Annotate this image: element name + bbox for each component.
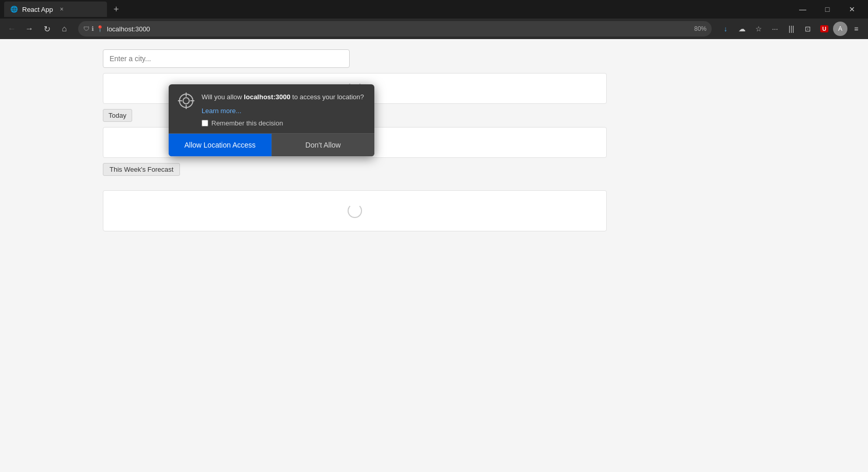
deny-location-button[interactable]: Don't Allow bbox=[272, 134, 375, 156]
allow-location-button[interactable]: Allow Location Access bbox=[169, 134, 272, 156]
browser-content: Today This Week's Forecast bbox=[0, 39, 868, 472]
today-button[interactable]: Today bbox=[103, 109, 132, 122]
more-icon: ··· bbox=[772, 25, 778, 33]
remember-decision-checkbox[interactable] bbox=[202, 120, 208, 126]
star-icon: ☆ bbox=[755, 25, 762, 33]
minimize-button[interactable]: — bbox=[791, 0, 815, 19]
forward-button[interactable]: → bbox=[22, 21, 37, 37]
library-icon: ||| bbox=[789, 25, 794, 33]
window-controls: — □ ✕ bbox=[791, 0, 864, 19]
popup-text-area: Will you allow localhost:3000 to access … bbox=[202, 93, 366, 127]
download-button[interactable]: ↓ bbox=[718, 21, 733, 37]
tab-label: React App bbox=[22, 6, 53, 13]
location-icon: 📍 bbox=[96, 25, 104, 32]
week-forecast-button[interactable]: This Week's Forecast bbox=[103, 163, 180, 176]
shield-icon: 🛡 bbox=[83, 25, 89, 32]
tab-area: 🌐 React App × + bbox=[4, 2, 791, 17]
menu-button[interactable]: ≡ bbox=[848, 21, 864, 37]
loading-spinner-3 bbox=[348, 204, 362, 218]
refresh-button[interactable]: ↻ bbox=[39, 21, 55, 37]
popup-question: Will you allow localhost:3000 to access … bbox=[202, 93, 366, 102]
svg-point-1 bbox=[183, 98, 189, 104]
avatar-icon: A bbox=[838, 25, 842, 32]
security-icons: 🛡 ℹ 📍 bbox=[83, 25, 104, 32]
popup-buttons: Allow Location Access Don't Allow bbox=[169, 133, 374, 156]
address-bar[interactable]: 🛡 ℹ 📍 localhost:3000 80% bbox=[78, 21, 712, 37]
bookmark-button[interactable]: ☆ bbox=[751, 21, 766, 37]
address-text: localhost:3000 bbox=[107, 25, 691, 33]
extension-icon: U bbox=[820, 25, 828, 32]
location-permission-popup: Will you allow localhost:3000 to access … bbox=[169, 84, 374, 156]
popup-learn-more: Learn more... bbox=[202, 106, 366, 115]
more-button[interactable]: ··· bbox=[767, 21, 783, 37]
refresh-icon: ↻ bbox=[44, 24, 50, 34]
learn-more-link[interactable]: Learn more... bbox=[202, 107, 241, 115]
week-forecast-loading-row bbox=[103, 190, 607, 231]
maximize-button[interactable]: □ bbox=[816, 0, 839, 19]
home-button[interactable]: ⌂ bbox=[57, 21, 72, 37]
info-icon: ℹ bbox=[92, 25, 94, 32]
popup-body: Will you allow localhost:3000 to access … bbox=[169, 84, 374, 133]
title-bar: 🌐 React App × + — □ ✕ bbox=[0, 0, 868, 19]
split-icon: ⊡ bbox=[805, 25, 811, 33]
tab-favicon: 🌐 bbox=[10, 6, 18, 13]
location-permission-icon bbox=[177, 93, 195, 111]
nav-bar: ← → ↻ ⌂ 🛡 ℹ 📍 localhost:3000 80% ↓ ☁ ☆ ·… bbox=[0, 19, 868, 39]
back-icon: ← bbox=[8, 24, 16, 33]
browser-tab[interactable]: 🌐 React App × bbox=[4, 2, 107, 17]
menu-icon: ≡ bbox=[854, 25, 858, 33]
extension-button[interactable]: U bbox=[817, 21, 832, 37]
home-icon: ⌂ bbox=[62, 24, 67, 33]
library-button[interactable]: ||| bbox=[784, 21, 799, 37]
pocket-button[interactable]: ☁ bbox=[734, 21, 750, 37]
zoom-level: 80% bbox=[694, 25, 707, 32]
city-input-wrapper bbox=[103, 49, 765, 68]
forward-icon: → bbox=[25, 24, 33, 33]
back-button[interactable]: ← bbox=[4, 21, 20, 37]
week-forecast-button-wrapper: This Week's Forecast bbox=[103, 163, 765, 184]
nav-right-buttons: ↓ ☁ ☆ ··· ||| ⊡ U A ≡ bbox=[718, 21, 864, 37]
remember-decision-label[interactable]: Remember this decision bbox=[202, 119, 366, 127]
web-page: Today This Week's Forecast bbox=[0, 39, 868, 242]
pocket-icon: ☁ bbox=[738, 25, 746, 33]
download-icon: ↓ bbox=[724, 25, 728, 33]
new-tab-button[interactable]: + bbox=[109, 2, 123, 16]
close-button[interactable]: ✕ bbox=[840, 0, 864, 19]
account-button[interactable]: A bbox=[833, 22, 847, 36]
tab-close-button[interactable]: × bbox=[57, 5, 66, 14]
split-button[interactable]: ⊡ bbox=[800, 21, 816, 37]
city-input[interactable] bbox=[103, 49, 350, 68]
